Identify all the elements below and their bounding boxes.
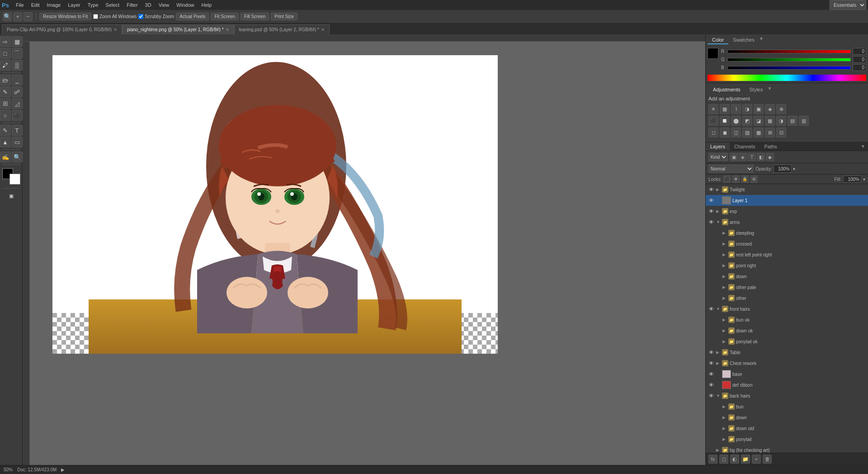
brightness-adj-icon[interactable]: ☀ [708, 104, 718, 114]
layer-arrow-downold[interactable]: ▶ [722, 426, 727, 431]
layer-item-base[interactable]: 👁 base [706, 369, 868, 379]
menu-filter[interactable]: Filter [123, 1, 141, 9]
artboard-tool[interactable]: ▦ [12, 36, 23, 47]
layer-arrow-otherpale[interactable]: ▶ [722, 285, 727, 289]
lock-position-icon[interactable]: ✥ [732, 175, 740, 183]
eyedropper-tool[interactable]: 🗁 [0, 75, 11, 85]
tab-1-close[interactable]: ✕ [226, 27, 229, 32]
actual-pixels-btn[interactable]: Actual Pixels [176, 13, 209, 20]
layer-item-crossed[interactable]: ▶ 📁 crossed [712, 238, 868, 249]
zoom-all-windows-checkbox[interactable]: Zoom All Windows [93, 14, 137, 19]
fill-value[interactable] [843, 175, 861, 183]
menu-type[interactable]: Type [85, 1, 102, 9]
menu-view[interactable]: View [156, 1, 173, 9]
layer-eye-otherpale[interactable] [714, 284, 721, 291]
add-style-icon[interactable]: fx [708, 455, 717, 464]
tab-1[interactable]: piano_nightime.png @ 50% (Layer 1, RGB/8… [122, 24, 234, 34]
shape-tool[interactable]: ▭ [12, 137, 23, 147]
clone-tool[interactable]: ☍ [12, 86, 23, 97]
opacity-arrow[interactable]: ▾ [793, 166, 795, 171]
layer-eye-bunok[interactable] [714, 316, 721, 323]
colorlook-adj-icon[interactable]: ◩ [742, 116, 752, 126]
fill-arrow[interactable]: ▾ [863, 177, 865, 182]
channelmix-adj-icon[interactable]: ⬤ [731, 116, 741, 126]
layer-item-exp[interactable]: 👁 ▶ 📁 exp [706, 206, 868, 217]
lock-all-icon[interactable]: 🔒 [741, 175, 749, 183]
layer-eye-down-arms[interactable] [714, 273, 721, 280]
tab-layers[interactable]: Layers [706, 142, 730, 151]
adj-icon-a[interactable]: ◻ [708, 128, 718, 137]
layer-item-ponytailok[interactable]: ▶ 📁 ponytail ok [712, 336, 868, 347]
add-mask-icon[interactable]: ◻ [719, 455, 728, 464]
g-bar[interactable] [727, 58, 851, 62]
layer-arrow-table[interactable]: ▶ [716, 350, 721, 355]
layer-arrow-crossed[interactable]: ▶ [722, 242, 727, 246]
selectcolor-adj-icon[interactable]: ▥ [799, 116, 809, 126]
layer-eye-bgcheck[interactable] [708, 446, 715, 453]
layer-eye-other[interactable] [714, 294, 721, 302]
layer-arrow-ponytail[interactable]: ▶ [722, 437, 727, 441]
color-panel-collapse[interactable]: ▼ [759, 36, 764, 44]
adj-panel-collapse[interactable]: ▼ [768, 86, 772, 93]
layer-item-bgcheck[interactable]: ▶ 📁 bg (for checking art) [706, 445, 868, 453]
layer-eye-layer1[interactable]: 👁 [708, 197, 715, 204]
vibrance-adj-icon[interactable]: ▣ [754, 104, 764, 114]
layer-eye-twilight[interactable]: 👁 [708, 186, 715, 193]
path-tool[interactable]: ▲ [0, 137, 11, 147]
menu-window[interactable]: Window [173, 1, 197, 9]
filter-adj-icon[interactable]: ◈ [739, 153, 747, 161]
layer-eye-pointright[interactable] [714, 262, 721, 269]
opacity-value[interactable] [774, 165, 792, 173]
filter-smart-icon[interactable]: ◆ [766, 153, 774, 161]
blackwhite-adj-icon[interactable]: ⬛ [708, 116, 718, 126]
layer-eye-ponytail[interactable] [714, 436, 721, 443]
menu-file[interactable]: File [13, 1, 27, 9]
menu-3d[interactable]: 3D [142, 1, 155, 9]
quick-mask-tool[interactable]: ▣ [6, 190, 17, 201]
tab-2-close[interactable]: ✕ [321, 27, 325, 32]
color-spectrum[interactable] [708, 75, 866, 81]
adj-icon-e[interactable]: ▩ [754, 128, 764, 137]
filter-type-icon[interactable]: T [748, 153, 756, 161]
layer-item-down2[interactable]: ▶ 📁 down [712, 412, 868, 423]
layer-arrow-twilight[interactable]: ▶ [716, 187, 721, 192]
move-tool[interactable]: ⇨ [0, 36, 11, 47]
zoom-tool-icon[interactable]: 🔍 [3, 12, 12, 21]
invert-adj-icon[interactable]: ◪ [754, 116, 764, 126]
layer-arrow-down-arms[interactable]: ▶ [722, 274, 727, 279]
layer-arrow-downok[interactable]: ▶ [722, 328, 727, 333]
layer-eye-restleft[interactable] [714, 251, 721, 258]
layer-item-table[interactable]: 👁 ▶ 📁 Table [706, 347, 868, 358]
marquee-tool[interactable]: □ [0, 48, 11, 59]
blend-mode-select[interactable]: Normal Multiply Screen Overlay [708, 165, 754, 173]
layer-item-otherpale[interactable]: ▶ 📁 other pale [712, 282, 868, 293]
layer-item-chestrework[interactable]: 👁 ▶ 📁 Chest rework [706, 358, 868, 369]
menu-layer[interactable]: Layer [65, 1, 84, 9]
levels-adj-icon[interactable]: ▦ [720, 104, 730, 114]
lock-pixels-icon[interactable]: ⬛ [723, 175, 731, 183]
zoom-tool[interactable]: 🔍 [12, 152, 23, 162]
layer-item-ponytail[interactable]: ▶ 📁 ponytail [712, 434, 868, 445]
exposure-adj-icon[interactable]: ◑ [742, 104, 752, 114]
tab-channels[interactable]: Channels [730, 142, 760, 151]
print-size-btn[interactable]: Print Size [271, 13, 297, 20]
layer-eye-downok[interactable] [714, 327, 721, 334]
r-value[interactable] [853, 48, 866, 55]
layer-item-fronthairs[interactable]: 👁 ▼ 📁 front hairs [706, 303, 868, 314]
photofilt-adj-icon[interactable]: 🔲 [720, 116, 730, 126]
layer-item-twilight[interactable]: 👁 ▶ 📁 Twilight [706, 184, 868, 195]
layer-arrow-restleft[interactable]: ▶ [722, 252, 727, 257]
layer-item-down-arms[interactable]: ▶ 📁 down [712, 271, 868, 282]
layer-arrow-arms[interactable]: ▼ [716, 220, 721, 224]
hand-tool[interactable]: ✍ [0, 152, 11, 162]
layer-eye-defribbon[interactable]: 👁 [708, 381, 715, 389]
layer-item-pointright[interactable]: ▶ 📁 point right [712, 260, 868, 271]
tab-0[interactable]: Piano-Clip-Art-PNG.png @ 100% (Layer 0, … [2, 24, 122, 34]
huesat-adj-icon[interactable]: ◈ [765, 104, 775, 114]
layer-arrow-bgcheck[interactable]: ▶ [716, 448, 721, 452]
quick-select-tool[interactable]: 🖍 [0, 60, 11, 71]
layer-eye-fronthairs[interactable]: 👁 [708, 305, 715, 313]
adj-icon-f[interactable]: ⊞ [765, 128, 775, 137]
g-value[interactable] [853, 56, 866, 63]
menu-help[interactable]: Help [198, 1, 215, 9]
